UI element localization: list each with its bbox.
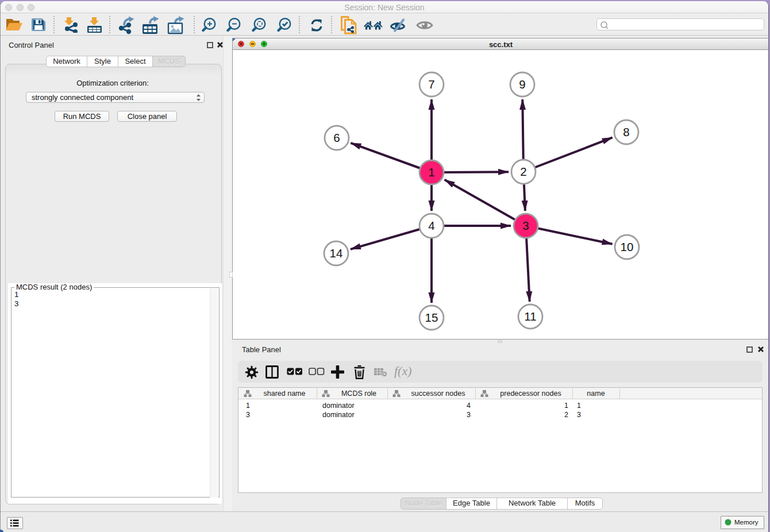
svg-text:3: 3: [522, 219, 529, 232]
svg-text:7: 7: [428, 78, 434, 91]
svg-text:11: 11: [524, 310, 536, 323]
svg-text:9: 9: [519, 78, 525, 91]
svg-text:6: 6: [333, 131, 340, 144]
svg-text:15: 15: [425, 311, 438, 324]
svg-text:14: 14: [330, 246, 343, 260]
svg-text:10: 10: [621, 240, 634, 253]
svg-text:1: 1: [428, 165, 434, 179]
svg-text:8: 8: [623, 125, 629, 138]
svg-text:4: 4: [428, 219, 434, 232]
svg-text:2: 2: [520, 165, 526, 178]
